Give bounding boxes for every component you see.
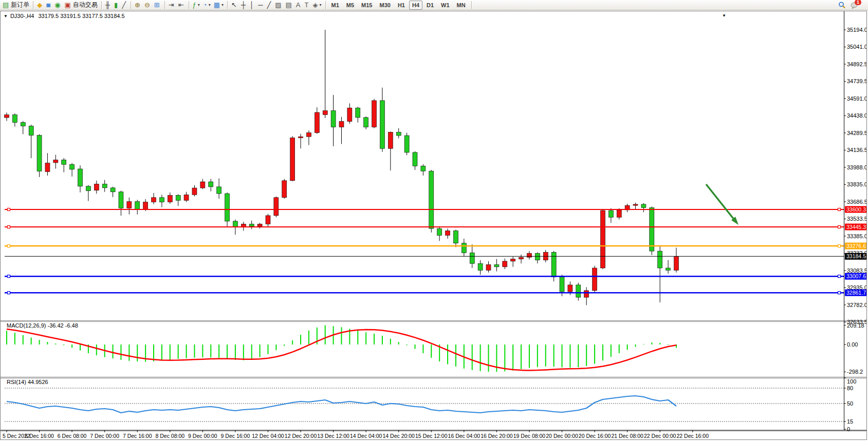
auto-trading-label: 自动交易 <box>73 1 98 9</box>
template-dropdown-caret[interactable]: ▾ <box>221 3 224 7</box>
crosshair-button[interactable]: ┼ <box>239 1 248 10</box>
zoom-out-icon: ⊖ <box>144 1 150 10</box>
candle-body <box>110 188 115 192</box>
timeframe-m5-button[interactable]: M5 <box>343 1 357 10</box>
candle-body <box>62 160 66 164</box>
zoom-in-button[interactable]: ⊕ <box>133 1 143 10</box>
auto-trading-button[interactable]: ▣自动交易 <box>63 1 99 10</box>
x-tick-label: 7 Dec 00:00 <box>90 433 119 439</box>
candle-body <box>535 253 540 260</box>
search-icon[interactable] <box>838 1 846 9</box>
candle-body <box>225 194 230 221</box>
add-indicator-button[interactable]: ƒ▾ <box>191 1 201 10</box>
y-tick-label: 34136.5 <box>847 147 866 153</box>
equidistant-channel-button[interactable]: ▨ <box>273 1 284 10</box>
period-clock-button[interactable]: ◔▾ <box>201 1 212 10</box>
x-tick-label: 13 Dec 12:00 <box>317 433 349 439</box>
candle-body <box>461 243 466 253</box>
notification-badge[interactable]: 1 <box>855 0 861 5</box>
timeframe-h1-button[interactable]: H1 <box>395 1 408 10</box>
text-button[interactable]: A <box>294 1 303 10</box>
vertical-line-icon: │ <box>250 1 254 10</box>
candle-body <box>666 268 671 270</box>
timeframe-m1-button[interactable]: M1 <box>328 1 342 10</box>
timeframe-m15-button[interactable]: M15 <box>358 1 375 10</box>
price-badge-label: 32861.7 <box>846 290 866 296</box>
new-order-button[interactable]: ▤新订单 <box>1 1 31 10</box>
level-handle <box>838 226 841 228</box>
level-handle <box>8 292 10 294</box>
level-handle <box>838 292 841 294</box>
x-tick-label: 14 Dec 04:00 <box>350 433 382 439</box>
chart-shift-button[interactable]: ⇤ <box>177 1 187 10</box>
text-label-button[interactable]: T <box>303 1 311 10</box>
tile-windows-icon: ⊞ <box>154 1 160 10</box>
chevron-down-icon[interactable]: ▼ <box>4 14 8 18</box>
x-tick-label: 20 Dec 00:00 <box>546 433 578 439</box>
line-chart-icon: ╱ <box>122 1 126 10</box>
fibonacci-icon: ▤ <box>286 1 292 10</box>
candle-body <box>266 216 270 224</box>
candle-body <box>135 202 140 209</box>
zoom-out-button[interactable]: ⊖ <box>143 1 153 10</box>
bars-chart-button[interactable]: ╫ <box>104 1 113 10</box>
x-tick-label: 19 Dec 08:00 <box>513 433 546 439</box>
signals-button[interactable]: ◉ <box>53 1 63 10</box>
timeframe-mn-button[interactable]: MN <box>454 1 469 10</box>
level-handle <box>838 275 841 278</box>
mt4-application: ▤新订单◆◙◉▣自动交易╫▮╱⊕⊖⊞⇥⇤ƒ▾◔▾▦▾↖┼│─╱▨▤AT◈▾M1M… <box>0 0 868 441</box>
period-clock-dropdown-caret[interactable]: ▾ <box>209 3 211 7</box>
level-handle <box>8 245 10 247</box>
candle-body <box>45 163 50 172</box>
crosshair-icon: ┼ <box>241 1 246 10</box>
candle-body <box>323 111 327 115</box>
x-tick-label: 16 Dec 20:00 <box>481 433 513 439</box>
x-tick-label: 9 Dec 16:00 <box>221 433 250 439</box>
arrows-shapes-dropdown-caret[interactable]: ▾ <box>319 3 321 7</box>
candle-body <box>576 285 581 297</box>
equidistant-channel-icon: ▨ <box>275 1 281 10</box>
candle-body <box>159 198 164 202</box>
add-indicator-dropdown-caret[interactable]: ▾ <box>198 3 200 7</box>
toolbar-separator <box>227 1 228 9</box>
candles-chart-button[interactable]: ▮ <box>113 1 120 10</box>
candle-body <box>152 198 156 202</box>
zoom-in-icon: ⊕ <box>135 1 140 10</box>
candle-body <box>21 123 25 126</box>
highlighter-button[interactable]: ◆ <box>35 1 45 10</box>
profile-button[interactable]: ◙ <box>45 1 53 10</box>
tile-windows-button[interactable]: ⊞ <box>153 1 162 10</box>
line-chart-button[interactable]: ╱ <box>120 1 128 10</box>
y-tick-label: 32782.0 <box>847 302 866 308</box>
trendline-button[interactable]: ╱ <box>265 1 273 10</box>
candle-body <box>584 291 589 297</box>
x-tick-label: 22 Dec 00:00 <box>644 433 676 439</box>
timeframe-w1-button[interactable]: W1 <box>438 1 453 10</box>
profile-icon: ◙ <box>46 1 50 10</box>
candle-body <box>674 256 678 270</box>
horizontal-line-button[interactable]: ─ <box>256 1 265 10</box>
candle-body <box>192 188 197 195</box>
candle-body <box>94 184 99 190</box>
candle-body <box>413 152 417 166</box>
auto-trading-icon: ▣ <box>65 1 71 10</box>
x-tick-label: 15 Dec 12:00 <box>415 433 448 439</box>
template-button[interactable]: ▦▾ <box>212 1 225 10</box>
vertical-line-button[interactable]: │ <box>248 1 256 10</box>
arrows-shapes-button[interactable]: ◈▾ <box>311 1 323 10</box>
fibonacci-button[interactable]: ▤ <box>284 1 294 10</box>
auto-scroll-button[interactable]: ⇥ <box>167 1 177 10</box>
level-handle <box>8 226 10 228</box>
candle-body <box>650 208 654 252</box>
x-tick-label: 16 Dec 04:00 <box>448 433 481 439</box>
candle-body <box>12 115 17 123</box>
cursor-button[interactable]: ↖ <box>230 1 239 10</box>
text-icon: A <box>296 1 301 10</box>
horizontal-line-icon: ─ <box>258 1 263 10</box>
chart-menu-arrow-icon[interactable]: ▼ <box>722 13 726 18</box>
timeframe-h4-button[interactable]: H4 <box>409 1 422 10</box>
chart-canvas[interactable]: 35194.035041.034892.534739.534591.034438… <box>1 11 866 439</box>
candle-body <box>600 210 605 268</box>
timeframe-m30-button[interactable]: M30 <box>376 1 393 10</box>
timeframe-d1-button[interactable]: D1 <box>423 1 437 10</box>
